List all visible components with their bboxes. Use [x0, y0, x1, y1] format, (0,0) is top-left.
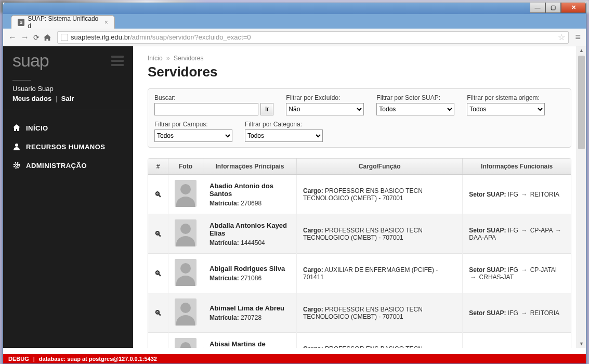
- sair-link[interactable]: Sair: [61, 95, 74, 102]
- home-button[interactable]: [44, 34, 51, 41]
- nav-inicio[interactable]: INÍCIO: [3, 119, 133, 137]
- tab-strip: S SUAP: Sistema Unificado d ×: [3, 14, 586, 29]
- nav-administracao[interactable]: ADMINISTRAÇÃO: [3, 156, 133, 175]
- avatar: [175, 338, 197, 348]
- row-name: Abisai Martins de Rezende: [210, 340, 290, 348]
- servidores-table: # Foto Informações Principais Cargo/Funç…: [148, 159, 571, 348]
- sidebar-toggle-icon[interactable]: [111, 56, 124, 66]
- nav-label: ADMINISTRAÇÃO: [26, 162, 87, 170]
- row-matricula: Matrícula: 271086: [210, 275, 290, 282]
- avatar: [175, 180, 197, 207]
- breadcrumb-sep: »: [166, 55, 170, 62]
- row-cargo: Cargo: PROFESSOR ENS BASICO TECN TECNOLO…: [297, 214, 463, 254]
- forward-button[interactable]: →: [21, 33, 29, 42]
- table-row: 🔍︎ Abdalla Antonios Kayed Elias Matrícul…: [148, 214, 571, 254]
- row-name: Abdalla Antonios Kayed Elias: [210, 222, 290, 237]
- browser-tab[interactable]: S SUAP: Sistema Unificado d ×: [11, 15, 115, 29]
- debug-text: database: suap at postgres@127.0.0.1:543…: [39, 356, 157, 362]
- th-info: Informações Principais: [203, 159, 297, 175]
- buscar-label: Buscar:: [154, 94, 273, 101]
- nav-label: INÍCIO: [26, 124, 48, 132]
- page-icon: [61, 34, 68, 41]
- main-panel: Início » Servidores Servidores Buscar: I…: [133, 46, 586, 348]
- view-icon[interactable]: 🔍︎: [154, 190, 162, 199]
- nav-label: RECURSOS HUMANOS: [26, 143, 105, 151]
- row-setor: Setor SUAP: IFG → REITORIA: [463, 333, 571, 348]
- view-icon[interactable]: 🔍︎: [154, 269, 162, 278]
- vertical-scrollbar[interactable]: ▲ ▼: [577, 46, 586, 348]
- meus-dados-link[interactable]: Meus dados: [12, 95, 51, 102]
- svg-point-0: [15, 144, 18, 147]
- row-cargo: Cargo: PROFESSOR ENS BASICO TECN TECNOLO…: [297, 293, 463, 333]
- row-cargo: Cargo: PROFESSOR ENS BASICO TECN TECNOLO…: [297, 333, 463, 348]
- user-icon: [12, 142, 21, 151]
- page-title: Servidores: [148, 64, 571, 80]
- table-row: 🔍︎ Abadio Antonio dos Santos Matrícula: …: [148, 175, 571, 214]
- search-submit-button[interactable]: Ir: [260, 103, 273, 115]
- breadcrumb: Início » Servidores: [148, 55, 571, 62]
- reload-button[interactable]: ⟳: [33, 33, 40, 42]
- avatar: [175, 259, 197, 286]
- setor-select[interactable]: Todos: [376, 103, 454, 115]
- row-matricula: Matrícula: 270698: [210, 200, 290, 207]
- filter-campus: Filtrar por Campus: Todos: [154, 121, 232, 142]
- row-name: Abimael Lima de Abreu: [210, 304, 290, 312]
- setor-label: Filtrar por Setor SUAP:: [376, 94, 454, 101]
- address-bar[interactable]: suapteste.ifg.edu.br /admin/suap/servido…: [57, 31, 569, 44]
- row-setor: Setor SUAP: IFG → CP-JATAI → CRHAS-JAT: [463, 254, 571, 293]
- scroll-up-button[interactable]: ▲: [577, 46, 586, 55]
- browser-toolbar: ← → ⟳ suapteste.ifg.edu.br /admin/suap/s…: [3, 29, 586, 46]
- th-cargo: Cargo/Função: [297, 159, 463, 175]
- row-cargo: Cargo: PROFESSOR ENS BASICO TECN TECNOLO…: [297, 175, 463, 214]
- row-matricula: Matrícula: 270728: [210, 314, 290, 321]
- debug-label: DEBUG: [8, 356, 29, 362]
- search-input[interactable]: [154, 103, 258, 115]
- campus-select[interactable]: Todos: [154, 129, 232, 142]
- excluido-select[interactable]: Não: [286, 103, 364, 115]
- user-box: Usuario Suap Meus dados | Sair: [3, 78, 133, 110]
- sistema-select[interactable]: Todos: [467, 103, 545, 115]
- categoria-select[interactable]: Todos: [245, 129, 323, 142]
- maximize-button[interactable]: ▢: [545, 3, 561, 13]
- svg-point-2: [16, 164, 18, 166]
- avatar: [175, 219, 197, 246]
- bookmark-star-icon[interactable]: ☆: [558, 32, 565, 42]
- user-divider: [12, 80, 31, 81]
- user-name: Usuario Suap: [12, 85, 124, 93]
- categoria-label: Filtrar por Categoria:: [245, 121, 323, 128]
- breadcrumb-home[interactable]: Início: [148, 55, 163, 62]
- view-icon[interactable]: 🔍︎: [154, 230, 162, 238]
- back-button[interactable]: ←: [8, 33, 17, 42]
- url-host: suapteste.ifg.edu.br: [71, 33, 130, 41]
- th-action: #: [148, 159, 168, 175]
- filter-sistema: Filtrar por sistema origem: Todos: [467, 94, 545, 115]
- home-icon: [12, 124, 21, 132]
- filter-row-1: Buscar: Ir Filtrar por Excluído: Não Fil…: [154, 94, 565, 115]
- th-funcionais: Informações Funcionais: [463, 159, 571, 175]
- row-name: Abigail Rodrigues Silva: [210, 265, 290, 272]
- th-foto: Foto: [168, 159, 203, 175]
- window-titlebar: — ▢ ✕: [3, 3, 586, 14]
- browser-menu-icon[interactable]: ≡: [575, 32, 581, 43]
- view-icon[interactable]: 🔍︎: [154, 309, 162, 317]
- breadcrumb-current: Servidores: [174, 55, 203, 62]
- table-row: 🔍︎ Abimael Lima de Abreu Matrícula: 2707…: [148, 293, 571, 333]
- minimize-button[interactable]: —: [530, 3, 545, 13]
- logo-row: suap: [3, 46, 133, 78]
- nav-recursos-humanos[interactable]: RECURSOS HUMANOS: [3, 137, 133, 156]
- tab-favicon: S: [18, 19, 24, 26]
- browser-window: — ▢ ✕ S SUAP: Sistema Unificado d × ← → …: [3, 3, 586, 364]
- scroll-down-button[interactable]: ▼: [577, 340, 586, 348]
- page-content: suap Usuario Suap Meus dados | Sair INÍC…: [3, 46, 586, 348]
- scrollbar-thumb[interactable]: [578, 56, 585, 149]
- gear-icon: [12, 161, 21, 170]
- close-window-button[interactable]: ✕: [561, 3, 586, 13]
- filter-buscar: Buscar: Ir: [154, 94, 273, 115]
- window-controls: — ▢ ✕: [530, 3, 586, 14]
- row-setor: Setor SUAP: IFG → REITORIA: [463, 175, 571, 214]
- buscar-input-row: Ir: [154, 103, 273, 115]
- tab-title: SUAP: Sistema Unificado d: [28, 15, 99, 29]
- close-tab-icon[interactable]: ×: [104, 19, 108, 26]
- row-setor: Setor SUAP: IFG → CP-APA → DAA-APA: [463, 214, 571, 254]
- nav-arrows: ← → ⟳: [8, 33, 51, 42]
